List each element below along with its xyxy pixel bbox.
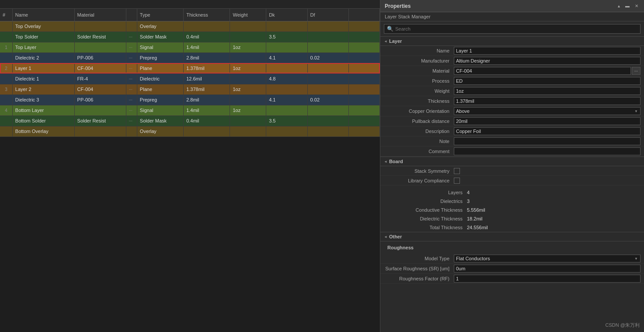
cell-dk: 4.1: [266, 94, 307, 105]
cell-thickness: 0.4mil: [184, 115, 230, 126]
pullback-input[interactable]: [454, 117, 641, 125]
cell-df: [307, 31, 348, 42]
cell-weight: [230, 52, 266, 63]
manufacturer-input[interactable]: [454, 57, 641, 65]
cell-material: [74, 42, 126, 52]
cell-df: [307, 21, 348, 31]
model-type-label: Model Type: [384, 256, 454, 261]
cell-thickness: 0.4mil: [184, 31, 230, 42]
table-row[interactable]: 2 Layer 1 CF-004 ··· Plane 1.378mil 1oz: [0, 63, 380, 73]
search-bar[interactable]: 🔍: [384, 24, 641, 34]
other-section-title: Other: [389, 234, 402, 239]
cell-num: 2: [0, 63, 12, 73]
table-row[interactable]: Dielectric 1 FR-4 ··· Dielectric 12.6mil…: [0, 73, 380, 84]
table-row[interactable]: 4 Bottom Layer ··· Signal 1.4mil 1oz: [0, 105, 380, 115]
board-section-header[interactable]: ◄ Board: [380, 157, 644, 166]
table-row[interactable]: 1 Top Layer ··· Signal 1.4mil 1oz: [0, 42, 380, 52]
cell-weight: [230, 31, 266, 42]
col-num: #: [0, 9, 12, 21]
layer-section-title: Layer: [389, 38, 402, 44]
properties-title: Properties: [385, 3, 411, 9]
thickness-input[interactable]: [454, 97, 641, 105]
search-input[interactable]: [395, 26, 637, 31]
cell-type: Overlay: [137, 126, 183, 136]
table-row[interactable]: 3 Layer 2 CF-004 ··· Plane 1.378mil 1oz: [0, 84, 380, 94]
cell-name: Bottom Layer: [12, 105, 74, 115]
surface-roughness-row: Surface Roughness (SR) [um]: [380, 264, 644, 274]
comment-input[interactable]: [454, 147, 641, 155]
cell-extra: [349, 126, 380, 136]
dielectric-thickness-stat-value: 18.2mil: [467, 216, 482, 221]
cell-dk: [266, 126, 307, 136]
layer-section-header[interactable]: ◄ Layer: [380, 36, 644, 46]
cell-thickness: 2.8mil: [184, 52, 230, 63]
cell-num: 4: [0, 105, 12, 115]
cell-thickness: 1.378mil: [184, 63, 230, 73]
model-type-row: Model Type Flat Conductors Groisse Hamme…: [380, 254, 644, 264]
top-bar: [0, 0, 380, 9]
table-row[interactable]: Top Overlay Overlay: [0, 21, 380, 31]
layers-stat-label: Layers: [384, 190, 467, 195]
surface-roughness-input[interactable]: [454, 265, 641, 273]
table-row[interactable]: Dielectric 2 PP-006 ··· Prepreg 2.8mil 4…: [0, 52, 380, 63]
prop-comment-row: Comment: [380, 147, 644, 157]
dielectric-thickness-stat-label: Dielectric Thickness: [384, 216, 467, 221]
cell-extra: [349, 94, 380, 105]
col-type: Type: [137, 9, 183, 21]
cell-name: Bottom Overlay: [12, 126, 74, 136]
cell-name: Top Layer: [12, 42, 74, 52]
roughness-factor-input[interactable]: [454, 275, 641, 283]
cell-extra: [349, 52, 380, 63]
stack-symmetry-checkbox[interactable]: [454, 168, 460, 174]
col-material: Material: [74, 9, 126, 21]
cell-weight: [230, 73, 266, 84]
cell-extra: [349, 42, 380, 52]
library-compliance-checkbox[interactable]: [454, 178, 460, 184]
cell-dots: ···: [126, 105, 137, 115]
col-weight: Weight: [230, 9, 266, 21]
cell-name: Dielectric 3: [12, 94, 74, 105]
board-collapse-icon: ◄: [384, 160, 387, 164]
cell-num: [0, 21, 12, 31]
material-browse-button[interactable]: ···: [632, 67, 641, 75]
roughness-factor-row: Roughness Factor (RF): [380, 274, 644, 284]
cell-extra: [349, 21, 380, 31]
cell-thickness: [184, 21, 230, 31]
description-input[interactable]: [454, 127, 641, 135]
process-input[interactable]: [454, 77, 641, 85]
table-row[interactable]: Bottom Overlay Overlay: [0, 126, 380, 136]
cell-material: Solder Resist: [74, 31, 126, 42]
close-button[interactable]: ✕: [634, 3, 640, 9]
cell-material: PP-006: [74, 52, 126, 63]
name-input[interactable]: [454, 47, 641, 55]
table-row[interactable]: Bottom Solder Solder Resist ··· Solder M…: [0, 115, 380, 126]
cell-thickness: 1.4mil: [184, 42, 230, 52]
dielectrics-stat-row: Dielectrics 3: [380, 197, 644, 206]
minimize-button[interactable]: ▬: [624, 3, 631, 9]
cell-type: Plane: [137, 84, 183, 94]
cell-type: Dielectric: [137, 73, 183, 84]
manufacturer-label: Manufacturer: [384, 58, 454, 63]
table-row[interactable]: Dielectric 3 PP-006 ··· Prepreg 2.8mil 4…: [0, 94, 380, 105]
copper-orientation-label: Copper Orientation: [384, 108, 454, 114]
cell-name: Layer 1: [12, 63, 74, 73]
other-section-header[interactable]: ◄ Other: [380, 232, 644, 241]
model-type-select[interactable]: Flat Conductors Groisse Hammerstad-Jense…: [454, 255, 641, 262]
cell-dots: ···: [126, 52, 137, 63]
pin-button[interactable]: ▴: [616, 3, 621, 9]
cell-name: Top Solder: [12, 31, 74, 42]
table-row[interactable]: Top Solder Solder Resist ··· Solder Mask…: [0, 31, 380, 42]
note-input[interactable]: [454, 137, 641, 145]
cell-type: Plane: [137, 63, 183, 73]
material-input[interactable]: [454, 67, 631, 75]
description-label: Description: [384, 129, 454, 134]
cell-weight: 1oz: [230, 63, 266, 73]
properties-header: Properties ▴ ▬ ✕: [380, 0, 644, 12]
weight-input[interactable]: [454, 87, 641, 95]
table-container[interactable]: # Name Material Type Thickness Weight Dk…: [0, 9, 380, 332]
cell-dk: [266, 63, 307, 73]
col-dk: Dk: [266, 9, 307, 21]
cell-type: Signal: [137, 105, 183, 115]
copper-orientation-select[interactable]: Above Below Both: [454, 107, 641, 115]
layers-stat-row: Layers 4: [380, 188, 644, 197]
